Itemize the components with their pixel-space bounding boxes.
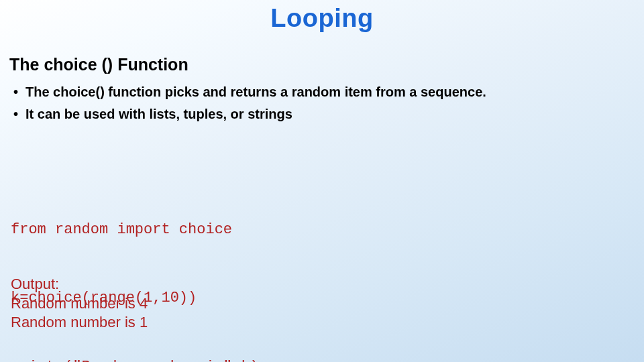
code-line: from random import choice xyxy=(11,219,259,241)
output-label: Output: xyxy=(11,275,148,294)
slide-title: Looping xyxy=(0,4,644,33)
bullet-list: The choice() function picks and returns … xyxy=(12,83,628,127)
bullet-item: It can be used with lists, tuples, or st… xyxy=(12,105,628,123)
code-block: from random import choice k=choice(range… xyxy=(11,173,259,362)
bullet-item: The choice() function picks and returns … xyxy=(12,83,628,101)
output-line: Random number is 1 xyxy=(11,313,148,333)
code-line: print ("Random number is",k) xyxy=(11,356,259,362)
section-heading: The choice () Function xyxy=(9,55,189,74)
output-line: Random number is 4 xyxy=(11,294,148,314)
output-block: Output: Random number is 4 Random number… xyxy=(11,275,148,333)
